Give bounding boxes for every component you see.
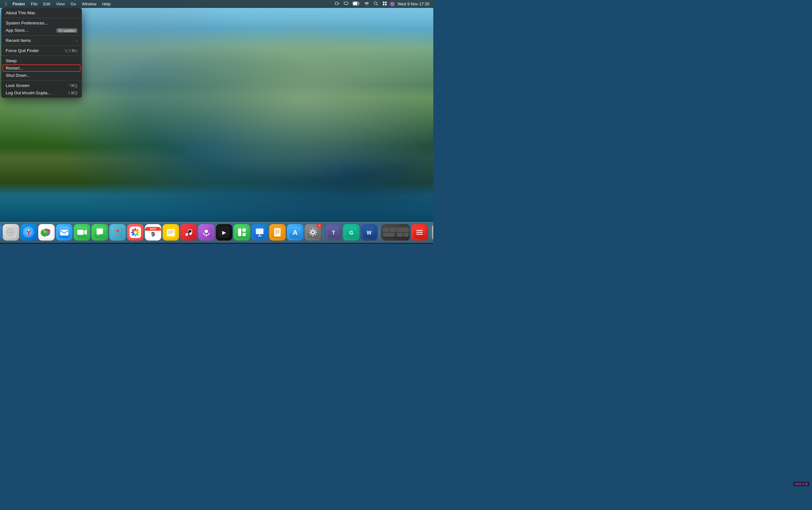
dock-app-sysprefs[interactable]: ! [305, 224, 321, 240]
dock-separator-3 [430, 225, 430, 239]
menubar-edit[interactable]: Edit [40, 1, 53, 7]
svg-rect-6 [359, 3, 359, 4]
dock-app-facetime[interactable] [74, 224, 90, 240]
dock-app-finder[interactable] [0, 224, 2, 240]
svg-point-56 [185, 233, 188, 236]
dock-app-pages[interactable] [269, 224, 286, 240]
svg-rect-13 [385, 4, 387, 5]
lock-screen-shortcut: ^⌘Q [69, 83, 78, 88]
menu-sep-1 [1, 18, 82, 18]
screen-record-icon[interactable] [334, 1, 341, 7]
svg-rect-86 [312, 235, 313, 236]
app-store-badge: 10 updates [57, 28, 78, 33]
svg-text:W: W [367, 230, 372, 235]
dock-separator-2 [379, 225, 380, 239]
dock-app-messages[interactable] [92, 224, 108, 240]
force-quit-shortcut: ⌥⇧⌘⎋ [64, 49, 78, 53]
svg-rect-11 [385, 2, 387, 3]
svg-point-84 [312, 231, 314, 233]
menu-about-this-mac[interactable]: About This Mac [1, 9, 82, 17]
menu-sleep[interactable]: Sleep [1, 57, 82, 64]
apple-menu-trigger[interactable]:  [3, 1, 9, 7]
dock-app-trash[interactable] [432, 224, 433, 240]
svg-rect-0 [335, 2, 338, 5]
menubar-right: Wed 9 Nov 17:35 [334, 1, 431, 7]
log-out-shortcut: ⇧⌘Q [67, 91, 78, 95]
menubar-window[interactable]: Window [79, 1, 99, 7]
menubar-left:  Finder File Edit View Go Window Help [3, 1, 113, 7]
dock-app-podcasts[interactable] [198, 224, 215, 240]
chevron-right-icon: › [76, 39, 78, 42]
menubar-file[interactable]: File [28, 1, 40, 7]
menu-app-store[interactable]: App Store... 10 updates [1, 27, 82, 34]
dock-app-appstore[interactable]: A [287, 224, 304, 240]
dock-app-notes[interactable] [163, 224, 179, 240]
dock-app-word[interactable]: W [361, 224, 378, 240]
dock-app-safari[interactable] [21, 224, 37, 240]
menu-force-quit[interactable]: Force Quit Finder ⌥⇧⌘⎋ [1, 47, 82, 54]
svg-rect-34 [60, 230, 68, 235]
dock-app-numbers[interactable] [234, 224, 250, 240]
svg-point-57 [189, 232, 192, 235]
svg-point-46 [134, 233, 137, 237]
svg-text:A: A [293, 228, 298, 236]
display-icon[interactable] [342, 1, 350, 7]
svg-rect-7 [353, 2, 357, 5]
dock-app-missioncontrol[interactable] [382, 224, 410, 240]
dock-app-mail[interactable] [56, 224, 72, 240]
dock-app-calendar[interactable]: NOV 9 [145, 224, 161, 240]
menu-restart[interactable]: Restart... [3, 64, 81, 72]
battery-icon[interactable] [352, 1, 361, 7]
menu-lock-screen[interactable]: Lock Screen ^⌘Q [1, 82, 82, 89]
wifi-icon[interactable] [363, 1, 370, 7]
dock-app-maps[interactable]: 📍 [110, 224, 126, 240]
svg-rect-10 [383, 2, 385, 3]
controlcenter-icon[interactable] [381, 1, 388, 7]
datetime[interactable]: Wed 9 Nov 17:35 [396, 1, 431, 7]
dock-app-music[interactable] [180, 224, 197, 240]
svg-rect-71 [256, 228, 264, 234]
menu-log-out[interactable]: Log Out khushi Gupta... ⇧⌘Q [1, 89, 82, 96]
svg-rect-51 [167, 229, 175, 236]
menubar-go[interactable]: Go [68, 1, 79, 7]
dock-app-grammarly[interactable]: G [343, 224, 360, 240]
svg-point-62 [205, 230, 208, 233]
svg-rect-69 [243, 233, 246, 236]
svg-rect-36 [78, 230, 84, 235]
dock-app-appletv[interactable]: ▶ [216, 224, 233, 240]
menubar-view[interactable]: View [54, 1, 67, 7]
svg-rect-103 [383, 233, 395, 237]
dock-app-launchpad[interactable] [3, 224, 19, 240]
menu-sep-2 [1, 35, 82, 35]
menu-system-preferences[interactable]: System Preferences... [1, 19, 82, 27]
menubar-help[interactable]: Help [99, 1, 113, 7]
apple-menu-dropdown: About This Mac System Preferences... App… [1, 8, 82, 98]
dock-app-photos[interactable] [127, 224, 144, 240]
svg-point-42 [134, 228, 137, 231]
svg-rect-102 [397, 228, 409, 232]
siri-icon[interactable] [390, 2, 395, 6]
menubar:  Finder File Edit View Go Window Help [0, 0, 433, 8]
svg-rect-100 [383, 228, 389, 232]
menu-shut-down[interactable]: Shut Down... [1, 72, 82, 79]
sysprefs-badge: ! [317, 223, 322, 228]
svg-rect-2 [344, 2, 348, 4]
svg-point-22 [10, 232, 12, 233]
menubar-finder[interactable]: Finder [10, 1, 28, 7]
svg-rect-105 [404, 233, 409, 237]
dock-app-chrome[interactable] [38, 224, 55, 240]
menu-sep-4 [1, 56, 82, 56]
svg-rect-88 [315, 232, 317, 233]
svg-rect-66 [236, 227, 248, 238]
svg-marker-1 [338, 3, 339, 4]
svg-point-48 [131, 231, 134, 233]
dock-app-teams[interactable]: T [325, 224, 342, 240]
search-icon[interactable] [372, 1, 379, 7]
svg-rect-101 [390, 228, 396, 232]
dock-separator-1 [323, 225, 324, 239]
menu-recent-items[interactable]: Recent Items › [1, 37, 82, 44]
svg-text:T: T [332, 230, 335, 235]
dock-app-keynote[interactable] [251, 224, 268, 240]
dock-app-notification[interactable] [411, 224, 428, 240]
svg-rect-67 [238, 228, 241, 236]
